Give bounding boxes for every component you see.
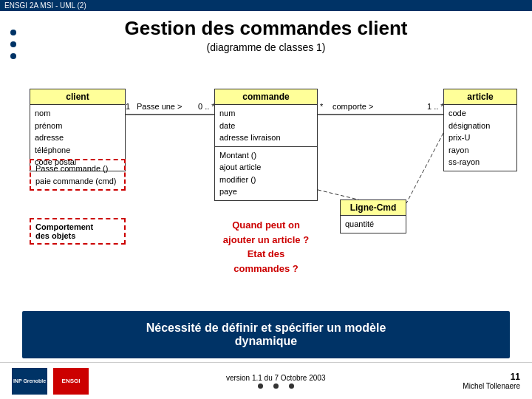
bullet-3 [10,53,16,59]
main-title: Gestion des commandes client [0,17,532,40]
title-area: Gestion des commandes client (diagramme … [0,11,532,55]
lignecmd-class-header: Ligne-Cmd [341,200,406,216]
comportement-line1: Comportement [35,222,120,231]
passe-commande-dashed-box: Passe commande () paie commande (cmd) [30,159,126,191]
comportement-box: Comportement des objets [30,218,126,245]
assoc-mult-star: * [320,102,323,111]
passe-commande-line1: Passe commande () [35,163,120,175]
red-text-line1: Quand peut on [192,218,340,233]
commande-methods: Montant () ajout article modifier () pay… [215,147,317,200]
commande-method-paye: paye [219,185,313,198]
footer: INP Grenoble ENSGI version 1.1 du 7 Octo… [0,362,532,399]
client-attr-adresse: adresse [35,132,120,144]
red-text-line4: commandes ? [192,262,340,276]
footer-right: 11 Michel Tollenaere [463,372,520,390]
article-class-box: article code désignation prix-U rayon ss… [443,89,517,171]
subtitle: (diagramme de classes 1) [0,41,532,53]
footer-center: version 1.1 du 7 Octobre 2003 [226,374,326,389]
assoc-passe-une: Passe une > [137,102,182,111]
passe-commande-line2: paie commande (cmd) [35,175,120,188]
version-text: version 1.1 du 7 Octobre 2003 [226,374,326,382]
assoc-comporte: comporte > [332,102,373,111]
assoc-mult-client: 1 [126,102,130,111]
assoc-mult-article: 1 .. * [427,102,444,111]
commande-attr-num: num [219,107,313,120]
footer-dot-1 [258,383,263,389]
footer-dot-3 [289,383,294,389]
footer-dot-2 [273,383,279,389]
bottom-blue-box: Nécessité de définir et spécifier un mod… [22,311,510,358]
commande-method-montant: Montant () [219,149,313,162]
lignecmd-attr-quantite: quantité [345,218,401,231]
client-attr-telephone: téléphone [35,144,120,157]
red-text-area: Quand peut on ajouter un article ? Etat … [192,218,340,276]
client-attr-prenom: prénom [35,120,120,132]
comportement-line2: des objets [35,231,120,240]
commande-class-header: commande [215,89,317,105]
client-class-header: client [30,89,125,105]
footer-logos: INP Grenoble ENSGI [12,368,89,395]
footer-dots [258,383,294,389]
diagram-area: client nom prénom adresse téléphone code… [22,74,510,281]
bullet-2 [10,41,16,47]
bottom-line2: dynamique [30,335,502,348]
bullet-list [10,30,16,59]
commande-attr-date: date [219,120,313,132]
article-attr-prixu: prix-U [449,132,512,144]
red-text-line2: ajouter un article ? [192,233,340,248]
svg-line-5 [406,133,443,203]
page-number: 11 [463,372,520,382]
commande-class-box: commande num date adresse livraison Mont… [214,89,318,201]
article-attr-ssrayon: ss-rayon [449,156,512,168]
ensgi-logo-text: ENSGI [62,378,81,384]
article-class-header: article [444,89,516,105]
lignecmd-class-box: Ligne-Cmd quantité [340,200,406,233]
article-attr-rayon: rayon [449,144,512,157]
top-bar: ENSGI 2A MSI - UML (2) [0,0,532,11]
lignecmd-attrs: quantité [341,216,406,233]
assoc-mult-commande-left: 0 .. * [198,102,215,111]
inpg-logo-text: INP Grenoble [13,378,46,383]
commande-method-ajout: ajout article [219,161,313,174]
bullet-1 [10,30,16,35]
commande-method-modifier: modifier () [219,174,313,186]
author-name: Michel Tollenaere [463,382,520,390]
course-label: ENSGI 2A MSI - UML (2) [4,1,86,10]
client-attr-nom: nom [35,107,120,120]
commande-attrs: num date adresse livraison [215,105,317,146]
bottom-line1: Nécessité de définir et spécifier un mod… [30,321,502,335]
red-text-line3: Etat des [192,247,340,262]
inpg-logo: INP Grenoble [12,368,47,395]
article-attr-designation: désignation [449,120,512,132]
article-attr-code: code [449,107,512,120]
commande-attr-adresse: adresse livraison [219,132,313,144]
ensgi-logo: ENSGI [53,368,89,395]
article-attrs: code désignation prix-U rayon ss-rayon [444,105,516,171]
